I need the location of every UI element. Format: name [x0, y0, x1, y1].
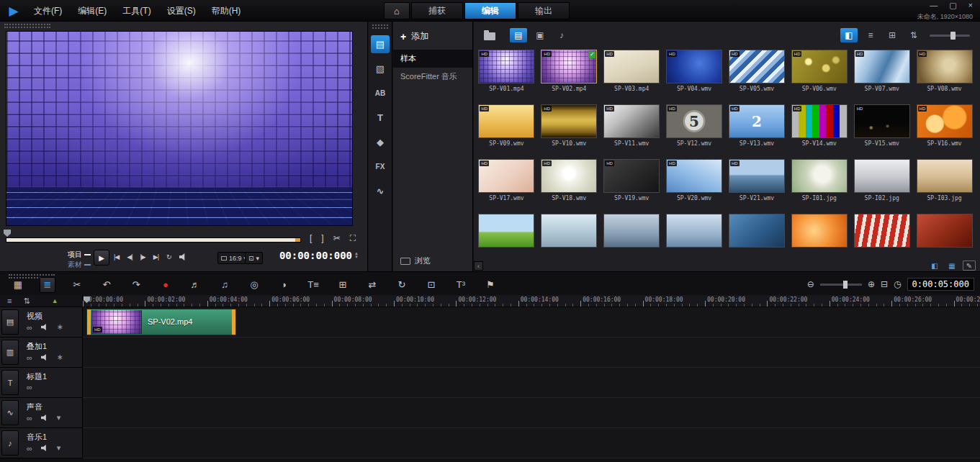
timeline-clip[interactable]: HD SP-V02.mp4 [86, 309, 236, 335]
timeline-view-button[interactable]: ≣ [40, 277, 55, 293]
media-thumbnail[interactable] [791, 159, 848, 193]
media-thumbnail[interactable]: HD 2 [729, 104, 785, 138]
preview-zoom-select[interactable]: ⊡ ▾ [245, 252, 263, 264]
menu-item-file[interactable]: 文件(F) [26, 0, 70, 22]
undo-button[interactable]: ↶ [99, 277, 114, 293]
minimize-button[interactable]: — [930, 1, 938, 10]
scrubber-handle[interactable] [4, 230, 11, 237]
media-thumbnail[interactable] [478, 214, 534, 248]
library-item[interactable]: HD SP-V20.wmv [663, 157, 726, 212]
media-thumbnail[interactable] [854, 159, 910, 193]
library-item[interactable]: HD SP-V05.wmv [726, 47, 788, 102]
library-item[interactable]: HD SP-V01.mp4 [475, 47, 538, 102]
library-item[interactable]: HD SP-V11.wmv [601, 102, 663, 157]
library-item[interactable]: HD SP-V08.wmv [913, 47, 976, 102]
menu-item-edit[interactable]: 编辑(E) [70, 0, 114, 22]
media-thumbnail[interactable]: HD [917, 104, 973, 138]
music-1-track-type-icon[interactable]: ♪ [1, 430, 19, 456]
track-lane-music-1[interactable] [83, 428, 980, 458]
video-track-type-icon[interactable]: ▤ [1, 309, 19, 335]
track-header-music-1[interactable]: ♪ 音乐1 ∞▾ [0, 428, 83, 458]
media-thumbnail[interactable]: HD [603, 50, 660, 83]
browse-button[interactable]: 浏览 [400, 255, 431, 266]
fit-screen-button[interactable]: ⊡ [423, 277, 439, 293]
media-thumbnail[interactable] [603, 214, 660, 248]
library-item[interactable]: HD SP-V09.wmv [475, 102, 538, 157]
seek-bar[interactable] [6, 237, 301, 243]
track-effect-icon[interactable]: ∗ [57, 322, 63, 332]
timeline-zoom-handle[interactable] [843, 281, 848, 289]
view-thumbnail-button[interactable]: ⊞ [884, 28, 901, 42]
media-thumbnail[interactable] [917, 214, 973, 248]
library-item[interactable]: HD SP-V04.wmv [663, 47, 726, 102]
sort-button[interactable]: ⇅ [905, 28, 922, 42]
swap-tracks-button[interactable]: ⇅ [23, 296, 30, 306]
panel-drag-handle[interactable] [372, 24, 388, 29]
ripple-edit-icon[interactable]: ∞ [27, 383, 32, 391]
instant-project-button[interactable]: ▧ [371, 60, 390, 78]
toggle-library-panel-button[interactable]: ◧ [928, 261, 941, 271]
library-item[interactable]: HD SP-V21.wmv [726, 157, 788, 212]
tab-edit[interactable]: 编辑 [464, 2, 516, 19]
project-mode-button[interactable]: 项目 [43, 250, 91, 260]
view-list-button[interactable]: ≡ [862, 28, 879, 42]
tab-capture[interactable]: 捕获 [411, 2, 463, 19]
split-clip-button[interactable]: ✂ [333, 233, 341, 243]
auto-music-button[interactable]: ♫ [217, 277, 233, 293]
mask-creator-button[interactable]: ⚑ [482, 277, 498, 293]
motion-path-button[interactable]: ∿ [371, 182, 390, 200]
media-thumbnail[interactable]: HD [729, 50, 785, 83]
library-item[interactable]: SP-I02.jpg [850, 157, 913, 212]
library-item[interactable]: HD SP-V15.wmv [850, 102, 913, 157]
track-expand-button[interactable]: ▾ [57, 413, 61, 422]
media-thumbnail[interactable] [729, 214, 785, 248]
filter-videos-button[interactable]: ▤ [510, 28, 527, 42]
title-1-track-type-icon[interactable]: T [1, 370, 19, 395]
sound-mixer-button[interactable]: ♬ [187, 277, 203, 293]
media-thumbnail[interactable]: HD [854, 104, 910, 138]
track-effect-icon[interactable]: ∗ [57, 353, 63, 362]
import-media-button[interactable] [481, 28, 498, 42]
media-thumbnail[interactable] [541, 214, 597, 248]
library-item[interactable] [850, 212, 913, 260]
redo-button[interactable]: ↷ [128, 277, 144, 293]
transition-button[interactable]: AB [371, 84, 390, 102]
mark-in-button[interactable]: [ [310, 233, 312, 243]
fit-project-button[interactable]: ⊟ [881, 279, 888, 289]
library-item[interactable] [788, 212, 850, 260]
menu-item-help[interactable]: 帮助(H) [204, 0, 249, 22]
pan-zoom-button[interactable]: ↻ [394, 277, 410, 293]
mark-out-button[interactable]: ] [321, 233, 323, 243]
media-thumbnail[interactable]: HD 5 [666, 104, 722, 138]
media-library-button[interactable]: ▤ [371, 35, 390, 53]
track-manager-button[interactable]: ⊞ [335, 277, 351, 293]
title-button[interactable]: T [371, 109, 390, 127]
track-list-button[interactable]: ≡ [7, 296, 12, 305]
library-item[interactable] [726, 212, 788, 260]
track-mute-button[interactable] [41, 415, 48, 421]
storyboard-view-button[interactable]: ▦ [10, 277, 26, 293]
track-header-video[interactable]: ▤ 视频 ∞∗ [0, 307, 83, 338]
library-item[interactable]: HD SP-V10.wmv [538, 102, 601, 157]
filter-photos-button[interactable]: ▣ [531, 28, 549, 42]
panel-drag-handle[interactable] [4, 24, 50, 28]
media-thumbnail[interactable]: HD [541, 159, 597, 193]
motion-tracking-button[interactable]: ◎ [246, 277, 262, 293]
go-end-button[interactable]: ▶| [153, 253, 158, 261]
media-thumbnail[interactable]: HD [854, 50, 910, 83]
library-item[interactable]: SP-I03.jpg [913, 157, 976, 212]
media-thumbnail[interactable]: HD [791, 50, 848, 83]
track-header-title-1[interactable]: T 标题1 ∞ [0, 368, 83, 398]
library-item[interactable]: HD SP-V06.wmv [788, 47, 850, 102]
close-button[interactable]: × [968, 1, 973, 10]
preview-video-canvas[interactable] [6, 31, 353, 226]
toggle-options-panel-button[interactable]: ▦ [945, 261, 958, 271]
media-thumbnail[interactable]: HD [478, 159, 534, 193]
track-header-overlay-1[interactable]: ▥ 叠加1 ∞∗ [0, 338, 83, 368]
voice-track-type-icon[interactable]: ∿ [1, 400, 19, 425]
library-item[interactable]: HD SP-V14.wmv [788, 102, 850, 157]
library-item[interactable]: HD SP-V17.wmv [475, 157, 538, 212]
media-thumbnail[interactable] [666, 214, 722, 248]
clip-mode-button[interactable]: 素材 [43, 260, 91, 270]
filter-audio-button[interactable]: ♪ [553, 28, 570, 42]
